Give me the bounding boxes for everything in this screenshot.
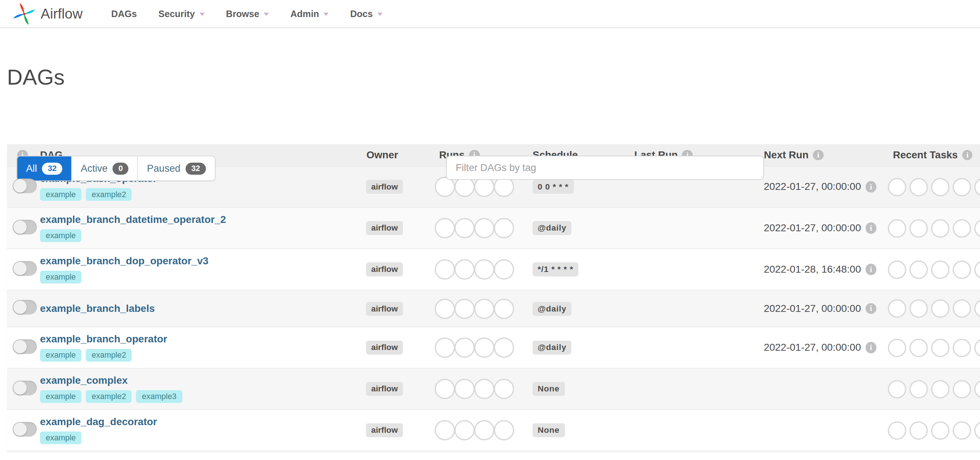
dag-row: example_branch_dop_operator_v3exampleair…: [7, 248, 980, 290]
dag-pause-toggle[interactable]: [13, 261, 37, 275]
schedule-cell: @daily: [533, 221, 634, 235]
col-header-recent-tasks: Recent Tasksi: [879, 149, 980, 161]
runs-cell: [423, 218, 533, 238]
schedule-badge: None: [533, 423, 565, 438]
run-status-circle: [454, 218, 474, 238]
recent-task-circle: [974, 380, 980, 398]
recent-task-circle: [931, 299, 950, 318]
dag-tag-badge[interactable]: example: [40, 229, 81, 242]
dag-tag-badge[interactable]: example: [40, 349, 81, 361]
run-status-circle: [434, 218, 455, 238]
dag-link[interactable]: example_branch_labels: [40, 303, 155, 314]
nav-item-security[interactable]: Security: [148, 0, 215, 27]
dag-pause-toggle[interactable]: [13, 300, 37, 314]
dag-row: example_branch_operatorexampleexample2ai…: [7, 327, 980, 368]
run-status-circle: [454, 420, 474, 440]
run-status-circle: [454, 298, 474, 319]
dag-filter-tabs: All32Active0Paused32: [17, 156, 215, 181]
owner-badge: airflow: [366, 263, 402, 277]
recent-task-circle: [953, 421, 971, 440]
dag-tag-badge[interactable]: example: [40, 390, 81, 403]
dag-tag-badge[interactable]: example2: [86, 390, 132, 403]
home-link[interactable]: Airflow: [13, 2, 83, 25]
dag-tag-badge[interactable]: example2: [86, 349, 132, 361]
filter-dags-by-tag-input[interactable]: [446, 156, 764, 180]
recent-task-circle: [953, 338, 971, 357]
dag-tag-badge[interactable]: example2: [86, 188, 132, 201]
recent-tasks-cell: [879, 260, 980, 279]
run-status-circle: [434, 298, 455, 319]
dag-pause-toggle[interactable]: [13, 380, 37, 395]
airflow-dags-page: Airflow DAGsSecurityBrowseAdminDocs DAGs…: [0, 0, 980, 460]
dag-link[interactable]: example_branch_dop_operator_v3: [40, 256, 208, 267]
run-status-circle: [494, 379, 514, 399]
next-run-date: 2022-01-27, 00:00:00: [764, 303, 861, 314]
dag-tags: example: [40, 431, 81, 444]
nav-item-label: Docs: [350, 9, 372, 19]
tab-paused[interactable]: Paused32: [138, 156, 215, 181]
run-status-circle: [494, 218, 514, 238]
run-status-circle: [474, 218, 495, 238]
recent-task-circle: [888, 299, 906, 318]
owner-badge: airflow: [366, 341, 402, 355]
nav-item-dags[interactable]: DAGs: [100, 0, 148, 27]
nav-item-docs[interactable]: Docs: [339, 0, 393, 27]
dag-tag-badge[interactable]: example: [40, 431, 81, 444]
info-icon: i: [865, 342, 877, 353]
col-header-label: Owner: [366, 149, 398, 161]
recent-task-circle: [910, 421, 928, 440]
airflow-logo-icon: [13, 2, 36, 25]
pause-toggle-cell: [7, 380, 40, 398]
next-run-cell: 2022-01-27, 00:00:00i: [761, 223, 879, 234]
dag-link[interactable]: example_branch_operator: [40, 334, 167, 345]
nav-item-browse[interactable]: Browse: [215, 0, 280, 27]
schedule-cell: None: [533, 382, 634, 396]
dag-tags: exampleexample2example3: [40, 390, 182, 403]
recent-task-circle: [931, 421, 950, 440]
dags-panel: All32Active0Paused32 iDAGOwnerRunsiSched…: [7, 144, 980, 452]
recent-task-circle: [931, 219, 950, 237]
recent-tasks-cell: [879, 338, 980, 357]
chevron-down-icon: [199, 13, 204, 16]
chevron-down-icon: [323, 13, 329, 16]
tab-count-badge: 0: [113, 162, 129, 174]
dag-pause-toggle[interactable]: [13, 422, 37, 436]
dag-tags: example: [40, 271, 81, 283]
pause-toggle-cell: [7, 220, 40, 237]
owner-badge: airflow: [366, 221, 402, 235]
runs-cell: [423, 379, 533, 399]
dag-tag-badge[interactable]: example: [40, 188, 81, 201]
dag-tag-badge[interactable]: example3: [136, 390, 182, 403]
run-status-circle: [434, 337, 455, 358]
recent-task-circle: [974, 299, 980, 318]
recent-task-circle: [910, 219, 928, 237]
schedule-cell: @daily: [533, 341, 634, 355]
recent-task-circle: [888, 338, 906, 357]
dag-pause-toggle[interactable]: [13, 220, 37, 234]
pause-toggle-cell: [7, 300, 40, 317]
recent-task-circle: [974, 421, 980, 440]
recent-task-circle: [888, 380, 906, 398]
dag-link[interactable]: example_branch_datetime_operator_2: [40, 214, 226, 226]
dag-tags: exampleexample2: [40, 349, 132, 361]
recent-task-circle: [974, 260, 980, 279]
dag-pause-toggle[interactable]: [13, 178, 37, 193]
dag-tag-badge[interactable]: example: [40, 271, 81, 283]
nav-item-admin[interactable]: Admin: [280, 0, 339, 27]
dag-link[interactable]: example_dag_decorator: [40, 416, 157, 428]
tab-active[interactable]: Active0: [71, 156, 137, 181]
dag-pause-toggle[interactable]: [13, 339, 37, 353]
run-status-circle: [454, 259, 474, 280]
dag-link[interactable]: example_complex: [40, 375, 127, 387]
recent-task-circle: [931, 178, 950, 196]
run-status-circle: [494, 337, 514, 358]
next-run-cell: 2022-01-27, 00:00:00i: [761, 181, 879, 193]
col-header-label: Next Run: [764, 149, 809, 161]
nav-item-label: Browse: [226, 9, 259, 19]
schedule-badge: */1 * * * *: [533, 263, 578, 277]
recent-tasks-cell: [879, 178, 980, 196]
schedule-cell: None: [533, 423, 634, 438]
owner-cell: airflow: [347, 221, 423, 235]
tab-all[interactable]: All32: [17, 156, 71, 181]
col-header-label: Recent Tasks: [893, 149, 958, 161]
